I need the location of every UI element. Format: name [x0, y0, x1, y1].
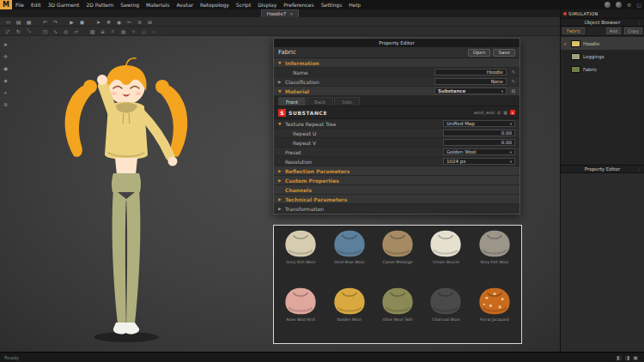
measure-icon[interactable]: ⌗ — [108, 27, 118, 35]
menu-retopology[interactable]: Retopology — [197, 0, 233, 9]
redo-icon[interactable]: ↷ — [51, 18, 60, 26]
save-icon[interactable]: ▦ — [24, 18, 33, 26]
avatar-3d[interactable] — [45, 39, 208, 348]
file-tab[interactable]: Hoodie7 ✕ — [261, 9, 300, 17]
classification-value[interactable]: None — [434, 78, 507, 85]
menu-avatar[interactable]: Avatar — [173, 0, 197, 9]
rotate-icon[interactable]: ↻ — [14, 27, 23, 35]
menu-sewing[interactable]: Sewing — [117, 0, 143, 9]
menu-2d-pattern[interactable]: 2D Pattern — [82, 0, 117, 9]
resolution-select[interactable]: 1024 px — [443, 158, 515, 165]
pause-icon[interactable]: ◼ — [77, 18, 87, 26]
sewing-icon[interactable]: ≋ — [135, 18, 144, 26]
light-icon[interactable]: ✧ — [129, 27, 138, 35]
object-browser-header[interactable]: Object Browser ⋮ — [561, 18, 644, 27]
material-swatch[interactable]: Olive Wool Twill — [374, 286, 421, 341]
save-button[interactable]: Save — [493, 49, 515, 57]
scale-icon[interactable]: ⤡ — [24, 27, 33, 35]
menu-materials[interactable]: Materials — [143, 0, 173, 9]
material-swatch[interactable]: Charcoal Wool — [422, 286, 469, 341]
row-texture-repeat[interactable]: ▼ Texture Repeat Tree Unified Map — [274, 119, 519, 129]
panel-menu-icon[interactable]: ⋮ — [637, 166, 641, 172]
repeat-u-input[interactable]: 0.00 — [443, 130, 515, 136]
swap-icon[interactable]: ⇄ — [497, 110, 501, 115]
layout-icon[interactable]: ◱ — [634, 2, 644, 8]
list-item-leggings[interactable]: Leggings — [561, 50, 644, 63]
right-property-editor-header[interactable]: Property Editor ⋮ — [561, 165, 644, 173]
add-button[interactable]: Add — [606, 27, 622, 34]
list-item-hoodie[interactable]: ✓ Hoodie — [561, 37, 644, 50]
material-swatch[interactable]: Steel Blue Wool — [325, 228, 372, 284]
menu-preferences[interactable]: Preferences — [280, 0, 317, 9]
gear-icon[interactable]: ⚙ — [624, 2, 634, 8]
layers-icon[interactable]: ≡ — [98, 27, 107, 35]
cursor-icon[interactable]: ◸ — [3, 27, 13, 35]
preset-select[interactable]: Golden Wool — [443, 148, 515, 155]
material-swatch[interactable]: Rose Wool Knit — [277, 286, 324, 341]
avatar-tool-icon[interactable]: ◈ — [1, 75, 10, 85]
material-swatch[interactable]: Ivory Knit Wool — [277, 228, 324, 284]
material-type-select[interactable]: Substance — [434, 87, 507, 94]
section-transformation[interactable]: ▶ Transformation — [274, 204, 519, 214]
pan-tool-icon[interactable]: ✛ — [1, 51, 10, 61]
section-custom-properties[interactable]: ▶ Custom Properties — [274, 176, 519, 185]
section-reflection[interactable]: ▶ Reflection Parameters — [274, 166, 519, 176]
menu-3d-garment[interactable]: 3D Garment — [45, 0, 83, 9]
tab-fabric[interactable]: Fabric — [562, 27, 585, 34]
move-icon[interactable]: ✥ — [104, 18, 113, 26]
layout-1-icon[interactable]: ◧ — [615, 354, 623, 360]
property-editor-titlebar[interactable]: Property Editor ⋮ — [274, 39, 519, 47]
pin-icon[interactable]: ◉ — [114, 18, 124, 26]
section-technical[interactable]: ▶ Technical Parameters — [274, 195, 519, 204]
tab-front[interactable]: Front — [278, 97, 306, 106]
texture-icon[interactable]: ▨ — [88, 27, 97, 35]
leggings-hips[interactable] — [112, 173, 141, 192]
layout-3-icon[interactable]: ▣ — [631, 354, 640, 360]
stitch-icon[interactable]: ∿ — [51, 27, 60, 35]
copy-button[interactable]: Copy — [624, 27, 642, 34]
account-icon[interactable] — [605, 2, 611, 8]
list-item-fabric[interactable]: Fabric — [561, 63, 644, 75]
substance-mini-icon[interactable]: s — [510, 110, 515, 115]
open-button[interactable]: Open — [468, 49, 491, 57]
menu-script[interactable]: Script — [233, 0, 254, 9]
panel-menu-icon[interactable]: ⋮ — [637, 20, 641, 25]
add-material-icon[interactable]: ⊞ — [507, 88, 515, 94]
simulate-icon[interactable]: ▶ — [67, 18, 76, 26]
grid-icon[interactable]: ⊞ — [145, 18, 155, 26]
row-classification[interactable]: ▶ Classification None ✎ — [274, 77, 519, 87]
menu-file[interactable]: File — [12, 0, 27, 9]
wind-tool-icon[interactable]: ≋ — [1, 100, 10, 109]
camera-icon[interactable]: ◍ — [118, 27, 128, 35]
zoom-tool-icon[interactable]: ◉ — [1, 63, 10, 73]
material-swatch[interactable]: Grey Felt Wool — [471, 228, 518, 284]
undo-icon[interactable]: ↶ — [40, 18, 50, 26]
material-swatch[interactable]: Golden Wool — [325, 286, 372, 341]
pin-tool-icon[interactable]: ⌖ — [1, 87, 10, 97]
new-icon[interactable]: ▭ — [3, 18, 13, 26]
snap-icon[interactable]: ◇ — [139, 27, 149, 35]
section-channels[interactable]: Channels — [274, 185, 519, 195]
tab-side[interactable]: Side — [334, 97, 360, 106]
repeat-v-input[interactable]: 0.00 — [443, 139, 515, 146]
open-icon[interactable]: ▤ — [14, 18, 23, 26]
layout-2-icon[interactable]: ◨ — [623, 354, 632, 360]
material-swatch[interactable]: Floral Jacquard — [471, 286, 518, 341]
menu-settings[interactable]: Settings — [318, 0, 346, 9]
menu-edit[interactable]: Edit — [27, 0, 45, 9]
material-swatch[interactable]: Camel Melange — [374, 228, 421, 284]
pin2-icon[interactable]: ◎ — [61, 27, 70, 35]
scissors-icon[interactable]: ✂ — [125, 18, 134, 26]
tape-icon[interactable]: ▱ — [71, 27, 81, 35]
select-icon[interactable]: ➤ — [94, 18, 103, 26]
arrow-tool-icon[interactable]: ➤ — [1, 39, 10, 49]
texture-repeat-select[interactable]: Unified Map — [443, 120, 515, 127]
tab-back[interactable]: Back — [307, 97, 333, 106]
section-material[interactable]: ▼ Material Substance ⊞ — [274, 87, 519, 96]
grid-small-icon[interactable]: ▦ — [503, 110, 507, 115]
panel-menu-icon[interactable]: ⋮ — [512, 40, 516, 45]
section-information[interactable]: ▼ Information — [274, 58, 519, 68]
menu-help[interactable]: Help — [345, 0, 364, 9]
name-input[interactable]: Hoodie — [434, 69, 507, 75]
sync-icon[interactable] — [616, 2, 622, 8]
